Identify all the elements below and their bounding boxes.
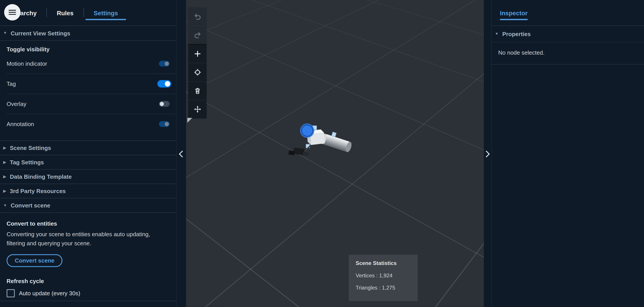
motion-indicator-toggle[interactable] <box>159 61 170 66</box>
toolbar-resize-notch[interactable] <box>187 118 192 123</box>
motor-cylinder <box>320 129 354 153</box>
convert-description: Converting your scene to entities enable… <box>7 230 169 248</box>
undo-button[interactable] <box>188 7 207 26</box>
refresh-cycle-heading: Refresh cycle <box>7 278 170 284</box>
toggle-knob <box>165 81 170 86</box>
plus-icon <box>193 50 202 58</box>
anchor-target-icon <box>193 68 202 76</box>
3d-viewport[interactable]: Scene Statistics Vertices : 1,924 Triang… <box>186 0 484 307</box>
caret-right-icon: ▶ <box>3 175 6 178</box>
convert-scene-button[interactable]: Convert scene <box>7 254 62 267</box>
section-data-binding-template[interactable]: ▶ Data Binding Template <box>0 169 176 184</box>
toggle-knob <box>165 62 169 66</box>
menu-button[interactable] <box>4 4 20 20</box>
redo-button[interactable] <box>188 26 207 45</box>
navigate-button[interactable] <box>188 100 207 119</box>
scene-statistics-panel: Scene Statistics Vertices : 1,924 Triang… <box>349 254 418 301</box>
no-node-selected-message: No node selected. <box>492 42 644 64</box>
annotation-toggle[interactable] <box>159 121 170 127</box>
toggle-row-annotation: Annotation <box>7 114 176 134</box>
move-arrows-icon <box>193 105 202 113</box>
collapse-left-panel-handle[interactable] <box>177 150 184 158</box>
anchor-button[interactable] <box>188 63 207 82</box>
triangles-stat: Triangles : 1,275 <box>356 285 414 291</box>
collapse-right-panel-handle[interactable] <box>484 150 491 158</box>
toggle-row-motion-indicator: Motion indicator <box>7 54 176 74</box>
add-object-button[interactable] <box>188 45 207 63</box>
section-title: Properties <box>502 30 531 37</box>
caret-right-icon: ▶ <box>3 189 6 193</box>
left-panel-header: Hierarchy Rules Settings <box>0 0 176 26</box>
toggle-label: Overlay <box>7 101 26 107</box>
vertices-stat: Vertices : 1,924 <box>356 272 414 278</box>
undo-icon <box>193 12 202 20</box>
toggle-label: Motion indicator <box>7 60 47 67</box>
toggle-knob <box>165 122 169 126</box>
toggle-rows: Motion indicator Tag Overlay Annotation <box>7 54 176 134</box>
ground-grid <box>186 0 484 216</box>
chevron-right-icon <box>485 150 490 158</box>
scene-composer-app: Hierarchy Rules Settings ▼ Current View … <box>0 0 644 307</box>
section-scene-settings[interactable]: ▶ Scene Settings <box>0 140 176 155</box>
caret-right-icon: ▶ <box>3 146 6 150</box>
toggle-knob <box>160 102 164 106</box>
auto-update-checkbox[interactable] <box>7 289 15 298</box>
section-3rd-party-resources[interactable]: ▶ 3rd Party Resources <box>0 184 176 198</box>
toggle-label: Tag <box>7 80 16 87</box>
tag-anchor[interactable] <box>300 124 314 137</box>
hamburger-icon <box>8 10 16 15</box>
toggle-visibility-block: Toggle visibility Motion indicator Tag O… <box>0 46 176 134</box>
caret-down-icon: ▼ <box>3 204 7 207</box>
viewport-toolbar <box>188 7 207 118</box>
tab-inspector[interactable]: Inspector <box>500 9 528 16</box>
auto-update-row: Auto update (every 30s) <box>7 289 170 298</box>
caret-down-icon: ▼ <box>495 32 499 36</box>
toggle-label: Annotation <box>7 121 34 128</box>
redo-icon <box>193 31 202 39</box>
section-tag-settings[interactable]: ▶ Tag Settings <box>0 155 176 169</box>
section-title: Scene Settings <box>10 145 51 151</box>
tab-settings[interactable]: Settings <box>84 9 128 16</box>
tag-toggle[interactable] <box>157 80 171 88</box>
chevron-left-icon <box>178 150 183 158</box>
toggle-visibility-title: Toggle visibility <box>7 46 170 53</box>
overlay-toggle[interactable] <box>159 101 170 107</box>
convert-scene-body: Convert to entities Converting your scen… <box>0 220 176 298</box>
section-title: Data Binding Template <box>10 174 72 180</box>
section-title: Current View Settings <box>10 30 70 36</box>
toggle-row-overlay: Overlay <box>7 94 176 114</box>
section-title: Tag Settings <box>10 159 44 166</box>
trash-icon <box>193 87 202 95</box>
section-properties[interactable]: ▼ Properties <box>492 26 644 42</box>
section-convert-scene[interactable]: ▼ Convert scene <box>0 198 176 213</box>
caret-right-icon: ▶ <box>3 160 6 164</box>
left-panel: Hierarchy Rules Settings ▼ Current View … <box>0 0 177 307</box>
mixer-model <box>288 117 366 168</box>
auto-update-label: Auto update (every 30s) <box>19 290 80 297</box>
section-current-view-settings[interactable]: ▼ Current View Settings <box>0 26 176 41</box>
inspector-panel: Inspector ▼ Properties No node selected. <box>491 0 644 307</box>
tab-rules[interactable]: Rules <box>47 9 84 16</box>
section-title: Convert scene <box>10 202 50 209</box>
delete-button[interactable] <box>188 82 207 100</box>
scene-statistics-title: Scene Statistics <box>356 260 414 266</box>
inspector-header: Inspector <box>492 0 644 26</box>
collapsed-sections: ▶ Scene Settings ▶ Tag Settings ▶ Data B… <box>0 140 176 213</box>
toggle-row-tag: Tag <box>7 74 176 94</box>
caret-down-icon: ▼ <box>3 31 7 35</box>
convert-to-entities-heading: Convert to entities <box>7 220 170 227</box>
section-title: 3rd Party Resources <box>10 188 66 194</box>
